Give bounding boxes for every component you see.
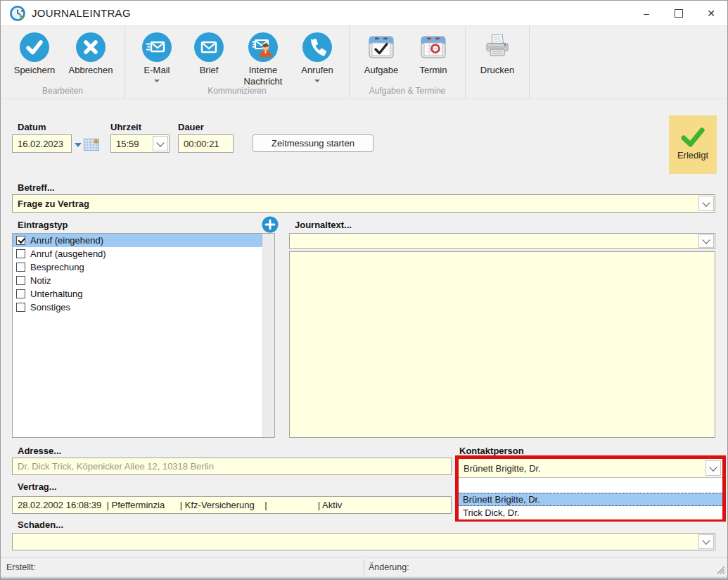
betreff-combobox[interactable]: Frage zu Vertrag [12, 194, 715, 213]
brief-button[interactable]: Brief [183, 30, 235, 76]
app-clock-icon [10, 6, 25, 21]
checkbox-icon[interactable] [16, 249, 25, 258]
internal-message-icon [248, 32, 279, 63]
journaleintrag-window: JOURNALEINTRAG – ✕ Speichern Abbr [0, 0, 728, 580]
list-item[interactable]: Anruf (eingehend) [13, 234, 262, 247]
journaltext-dropdown-button[interactable] [698, 234, 714, 248]
adresse-label: Adresse... [18, 446, 61, 456]
journaltext-textarea[interactable] [289, 251, 715, 438]
chevron-down-icon [702, 236, 710, 244]
add-eintragstyp-button[interactable] [262, 216, 279, 233]
toolbar-group-kommunizieren: E-Mail Brief [125, 26, 350, 99]
title-bar: JOURNALEINTRAG – ✕ [1, 1, 727, 26]
check-circle-icon [19, 32, 50, 63]
anrufen-button[interactable]: Anrufen [291, 30, 343, 82]
group-label-bearbeiten: Bearbeiten [1, 86, 124, 96]
checkbox-checked-icon[interactable] [16, 236, 25, 245]
chevron-down-icon [709, 463, 717, 471]
schaden-dropdown-button[interactable] [698, 534, 714, 549]
calendar-date-icon [421, 35, 446, 59]
aufgabe-button[interactable]: Aufgabe [355, 30, 407, 76]
erstellt-status: Erstellt: [6, 562, 36, 572]
interne-nachricht-button[interactable]: Interne Nachricht [235, 30, 291, 88]
window-title: JOURNALEINTRAG [32, 7, 131, 19]
termin-button[interactable]: Termin [407, 30, 459, 76]
adresse-field[interactable]: Dr. Dick Trick, Köpenicker Allee 12, 103… [12, 458, 452, 475]
drucken-button[interactable]: Drucken [471, 30, 523, 76]
aenderung-status: Änderung: [369, 562, 409, 572]
maximize-button[interactable] [663, 1, 695, 25]
toolbar-group-bearbeiten: Speichern Abbrechen Bearbeiten [1, 26, 125, 99]
phone-icon [302, 32, 333, 63]
maximize-icon [675, 9, 683, 18]
statusbar-divider [364, 559, 364, 575]
chevron-down-icon [702, 536, 710, 544]
status-bar: Erstellt: Änderung: [1, 557, 727, 576]
uhrzeit-label: Uhrzeit [110, 122, 141, 132]
datum-field[interactable]: 16.02.2023 [12, 134, 72, 153]
chevron-down-icon [156, 139, 164, 146]
calendar-check-icon [369, 35, 394, 59]
green-check-icon [679, 127, 706, 147]
list-item[interactable]: Sonstiges [13, 301, 262, 314]
list-item[interactable]: Anruf (ausgehend) [13, 247, 262, 260]
vertrag-field[interactable]: 28.02.2002 16:08:39 | Pfefferminzia | Kf… [12, 496, 452, 514]
email-dropdown-icon[interactable] [154, 80, 160, 82]
abbrechen-button[interactable]: Abbrechen [63, 30, 119, 76]
list-item[interactable]: Notiz [13, 274, 262, 287]
datum-label: Datum [18, 122, 46, 132]
schaden-label: Schaden... [18, 519, 63, 530]
checkbox-icon[interactable] [16, 276, 25, 285]
checkbox-icon[interactable] [16, 289, 25, 298]
eintragstyp-listbox: Anruf (eingehend) Anruf (ausgehend) Besp… [12, 233, 275, 438]
letter-icon [193, 32, 224, 63]
dauer-field[interactable]: 00:00:21 [178, 134, 234, 153]
list-item[interactable]: Unterhaltung [13, 287, 262, 301]
schaden-combobox[interactable] [12, 533, 715, 550]
close-button[interactable]: ✕ [695, 1, 727, 25]
datum-caret-icon [75, 143, 82, 147]
dropdown-option[interactable]: Trick Dick, Dr. [459, 506, 722, 519]
email-icon [141, 32, 172, 63]
journaltext-label: Journaltext... [295, 220, 352, 230]
dropdown-option-blank[interactable] [459, 478, 722, 493]
list-item[interactable]: Besprechung [13, 260, 262, 274]
speichern-button[interactable]: Speichern [6, 30, 63, 76]
checkbox-icon[interactable] [16, 263, 25, 272]
annotation-rectangle: Brünett Brigitte, Dr. Brünett Brigitte, … [455, 455, 726, 522]
uhrzeit-combobox[interactable]: 15:59 [110, 134, 170, 153]
chevron-down-icon [702, 198, 710, 206]
betreff-dropdown-button[interactable] [698, 196, 714, 211]
dropdown-option-highlighted[interactable]: Brünett Brigitte, Dr. [459, 493, 722, 506]
toolbar-group-aufgaben-termine: Aufgabe Termin Aufgaben & Termine [350, 26, 466, 99]
toolbar-group-drucken: Drucken [466, 26, 530, 99]
anrufen-dropdown-icon[interactable] [314, 80, 320, 82]
journaltext-combobox[interactable] [289, 233, 715, 249]
eintragstyp-label: Eintragstyp [18, 220, 68, 230]
calendar-grid-icon [84, 139, 99, 151]
window-bottom-border [1, 576, 727, 580]
eintragstyp-scrollbar[interactable] [262, 234, 274, 437]
group-label-aufgaben-termine: Aufgaben & Termine [350, 86, 465, 96]
group-label-kommunizieren: Kommunizieren [125, 86, 349, 96]
betreff-label: Betreff... [18, 182, 55, 193]
minimize-button[interactable]: – [630, 1, 663, 25]
dauer-label: Dauer [178, 122, 204, 132]
vertrag-label: Vertrag... [18, 481, 57, 492]
uhrzeit-dropdown-button[interactable] [153, 136, 168, 151]
zeitmessung-starten-button[interactable]: Zeitmessung starten [253, 134, 373, 152]
kontaktperson-combobox[interactable]: Brünett Brigitte, Dr. [459, 459, 722, 478]
resize-grip[interactable] [715, 565, 725, 574]
email-button[interactable]: E-Mail [131, 30, 183, 82]
kontaktperson-dropdown-button[interactable] [705, 460, 721, 476]
x-circle-icon [75, 32, 106, 63]
kontaktperson-label: Kontaktperson [459, 446, 524, 456]
checkbox-icon[interactable] [16, 303, 25, 312]
datum-picker-button[interactable] [75, 139, 99, 151]
ribbon-toolbar: Speichern Abbrechen Bearbeiten E [1, 26, 727, 99]
erledigt-button[interactable]: Erledigt [669, 115, 717, 174]
kontaktperson-dropdown-list: Brünett Brigitte, Dr. Trick Dick, Dr. [459, 478, 722, 519]
printer-icon [483, 34, 511, 61]
